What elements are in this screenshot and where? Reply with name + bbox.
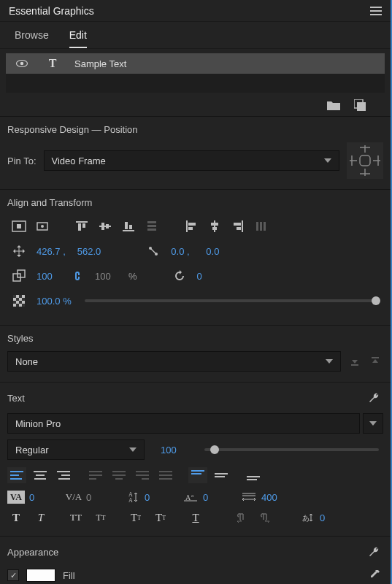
position-x[interactable]: 426.7 ,: [34, 246, 69, 257]
appearance-title: Appearance: [7, 547, 58, 558]
fill-checkbox[interactable]: ✓: [7, 569, 19, 581]
text-align-center-icon[interactable]: [31, 467, 50, 483]
underline-button[interactable]: T: [187, 510, 204, 526]
align-vcenter-icon[interactable]: [96, 218, 114, 234]
slider-knob-icon[interactable]: [210, 445, 219, 454]
svg-text:あ: あ: [302, 514, 310, 522]
svg-rect-31: [188, 227, 193, 230]
font-weight-select[interactable]: Regular: [7, 439, 145, 460]
align-right-icon[interactable]: [229, 218, 247, 234]
ltr-text-icon[interactable]: [234, 510, 250, 526]
text-align-right-icon[interactable]: [54, 467, 73, 483]
tracking-value[interactable]: 0: [26, 492, 41, 503]
tab-browse[interactable]: Browse: [15, 29, 49, 48]
font-family-value: Minion Pro: [15, 418, 61, 429]
align-to-selection-icon[interactable]: [34, 218, 51, 234]
appearance-section: Appearance ✓ Fill: [0, 536, 391, 584]
subscript-button[interactable]: TT: [152, 510, 169, 526]
font-dropdown-button[interactable]: [363, 413, 383, 434]
font-family-select[interactable]: Minion Pro: [7, 413, 360, 434]
vertical-align-top-icon[interactable]: [188, 467, 207, 483]
text-settings-wrench-icon[interactable]: [366, 390, 383, 406]
svg-text:A: A: [185, 493, 191, 502]
faux-italic-button[interactable]: T: [32, 510, 50, 526]
pin-target-widget[interactable]: [347, 142, 383, 179]
pin-to-value: Video Frame: [52, 155, 106, 166]
align-to-frame-icon[interactable]: [10, 218, 28, 234]
panel-menu-button[interactable]: [370, 7, 382, 15]
layer-item[interactable]: T Sample Text: [6, 53, 385, 74]
justify-all-icon: [156, 467, 175, 483]
anchor-y[interactable]: 0.0: [203, 246, 232, 257]
superscript-button[interactable]: TT: [127, 510, 145, 526]
scale-height: 100: [92, 271, 121, 282]
slider-knob-icon[interactable]: [372, 296, 380, 305]
styles-select[interactable]: None: [7, 351, 341, 372]
leading-value[interactable]: 0: [142, 492, 156, 503]
fill-label: Fill: [63, 570, 75, 581]
pin-to-select[interactable]: Video Frame: [44, 150, 339, 171]
text-width-value[interactable]: 400: [258, 492, 280, 503]
svg-rect-34: [212, 227, 217, 230]
svg-rect-37: [237, 227, 241, 230]
tab-edit[interactable]: Edit: [69, 29, 87, 48]
svg-rect-33: [211, 223, 218, 226]
justify-last-center-icon: [109, 467, 128, 483]
new-folder-icon[interactable]: [325, 97, 342, 113]
position-icon: [10, 243, 28, 259]
svg-rect-38: [256, 222, 258, 231]
font-size-value[interactable]: 100: [158, 445, 187, 456]
opacity-slider[interactable]: [85, 299, 376, 302]
svg-rect-54: [19, 301, 22, 304]
fill-color-swatch[interactable]: [26, 569, 55, 582]
vertical-align-bottom-icon[interactable]: [244, 467, 263, 483]
text-layer-icon: T: [44, 55, 61, 72]
svg-rect-24: [125, 222, 128, 229]
style-push-down-icon[interactable]: [347, 353, 363, 369]
svg-rect-26: [147, 221, 156, 223]
eyedropper-icon[interactable]: [366, 567, 383, 583]
tsume-value[interactable]: 0: [317, 512, 331, 523]
svg-rect-51: [16, 298, 19, 301]
scale-width[interactable]: 100: [34, 271, 63, 282]
justify-last-left-icon: [86, 467, 105, 483]
appearance-settings-wrench-icon[interactable]: [366, 544, 383, 560]
position-y[interactable]: 562.0: [74, 246, 104, 257]
link-scale-icon[interactable]: [69, 268, 86, 284]
styles-section: Styles None: [0, 325, 391, 382]
chevron-down-icon: [324, 158, 331, 163]
kerning-value[interactable]: 0: [83, 492, 98, 503]
font-size-slider[interactable]: [204, 448, 379, 451]
svg-rect-39: [260, 222, 262, 231]
layer-name[interactable]: Sample Text: [74, 58, 126, 69]
baseline-value[interactable]: 0: [200, 492, 215, 503]
leading-icon: AA: [124, 489, 140, 505]
svg-rect-50: [19, 295, 22, 298]
align-hcenter-icon[interactable]: [206, 218, 223, 234]
align-left-icon[interactable]: [182, 218, 200, 234]
rtl-text-icon[interactable]: [257, 510, 273, 526]
small-caps-button[interactable]: TT: [92, 510, 109, 526]
faux-bold-button[interactable]: T: [7, 510, 25, 526]
checkmark-icon: ✓: [10, 571, 17, 580]
align-bottom-icon[interactable]: [120, 218, 137, 234]
style-push-up-icon[interactable]: [367, 353, 383, 369]
chevron-down-icon: [129, 447, 137, 452]
font-weight-value: Regular: [15, 445, 49, 456]
all-caps-button[interactable]: TT: [67, 510, 85, 526]
text-align-left-icon[interactable]: [7, 467, 26, 483]
layer-list-area[interactable]: [6, 74, 385, 93]
anchor-x[interactable]: 0.0 ,: [168, 246, 197, 257]
svg-rect-12: [360, 155, 370, 166]
svg-rect-21: [101, 223, 104, 230]
align-top-icon[interactable]: [73, 218, 91, 234]
new-layer-icon[interactable]: [351, 97, 369, 113]
text-title: Text: [7, 393, 25, 404]
rotation-value[interactable]: 0: [194, 271, 223, 282]
svg-rect-30: [188, 223, 196, 226]
vertical-align-middle-icon[interactable]: [212, 467, 231, 483]
tracking-icon: VA: [7, 491, 25, 504]
visibility-eye-icon[interactable]: [13, 55, 31, 72]
responsive-title: Responsive Design — Position: [7, 124, 383, 135]
opacity-value[interactable]: 100.0 %: [34, 296, 74, 307]
